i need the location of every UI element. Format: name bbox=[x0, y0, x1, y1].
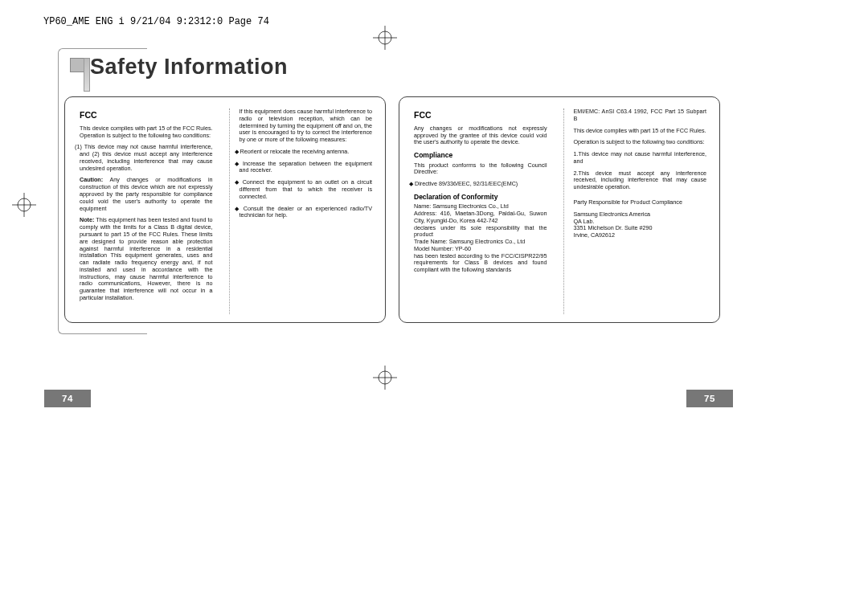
page-number-right: 75 bbox=[686, 390, 733, 407]
accent-bar-icon bbox=[84, 58, 90, 92]
left-page-panel: FCC This device complies with part 15 of… bbox=[64, 96, 386, 323]
body-text: Note: This equipment has been tested and… bbox=[80, 217, 213, 301]
body-text: This product conforms to the following C… bbox=[414, 162, 547, 177]
body-text: Name: Samsung Electronics Co., Ltd Addre… bbox=[414, 203, 547, 274]
file-header: YP60_AME ENG i 9/21/04 9:2312:0 Page 74 bbox=[43, 16, 269, 27]
body-text: Caution: Any changes or modifications in… bbox=[80, 177, 213, 212]
page-spread: Safety Information FCC This device compl… bbox=[58, 51, 712, 325]
section-head-fcc: FCC bbox=[80, 110, 213, 121]
accent-square-icon bbox=[70, 58, 84, 72]
body-text: This equipment has been tested and found… bbox=[80, 216, 213, 301]
body-text: EMI/EMC: AnSI C63.4 1992, FCC Part 15 Su… bbox=[574, 108, 707, 123]
body-text: 1.This device may not cause harmful inte… bbox=[574, 151, 707, 166]
bullet-item: ◆ Connect the equipment to an outlet on … bbox=[240, 179, 373, 200]
note-label: Note: bbox=[80, 216, 94, 223]
section-head-fcc: FCC bbox=[414, 110, 547, 121]
left-col-1: FCC This device complies with part 15 of… bbox=[80, 108, 213, 314]
body-text: 2.This device must accept any interferen… bbox=[574, 170, 707, 191]
bullet-item: ◆ Reorient or relocate the receiving ant… bbox=[240, 149, 373, 156]
bullet-item: ◆ Increase the separation between the eq… bbox=[240, 161, 373, 175]
body-text: Samsung Electronics America QA Lab. 3351… bbox=[574, 211, 707, 239]
body-text: Party Responsible for Product Compliance bbox=[574, 199, 707, 206]
bullet-item: ◆ Directive 89/336/EEC, 92/31/EEC(EMC) bbox=[414, 181, 547, 188]
caution-label: Caution: bbox=[80, 176, 103, 183]
subhead-compliance: Compliance bbox=[414, 151, 547, 159]
registration-mark-icon bbox=[373, 366, 397, 390]
page-number-left: 74 bbox=[44, 390, 91, 407]
bullet-item: ◆ Consult the dealer or an experienced r… bbox=[240, 206, 373, 220]
body-text: This device complies with part 15 of the… bbox=[574, 128, 707, 135]
body-text: Any changes or modifications not express… bbox=[414, 125, 547, 146]
right-page-panel: FCC Any changes or modifications not exp… bbox=[399, 96, 720, 323]
right-col-2: EMI/EMC: AnSI C63.4 1992, FCC Part 15 Su… bbox=[563, 108, 707, 314]
body-text: If this equipment does cause harmful int… bbox=[240, 108, 373, 144]
body-text: (1) This device may not cause harmful in… bbox=[80, 144, 213, 172]
right-col-1: FCC Any changes or modifications not exp… bbox=[414, 108, 547, 314]
body-text: This device complies with part 15 of the… bbox=[80, 125, 213, 140]
subhead-declaration: Declaration of Conformity bbox=[414, 193, 547, 201]
registration-mark-icon bbox=[373, 26, 397, 50]
page-title: Safety Information bbox=[90, 55, 288, 80]
body-text: Operation is subject to the following tw… bbox=[574, 139, 707, 146]
registration-mark-icon bbox=[12, 193, 36, 217]
left-col-2: If this equipment does cause harmful int… bbox=[229, 108, 373, 314]
